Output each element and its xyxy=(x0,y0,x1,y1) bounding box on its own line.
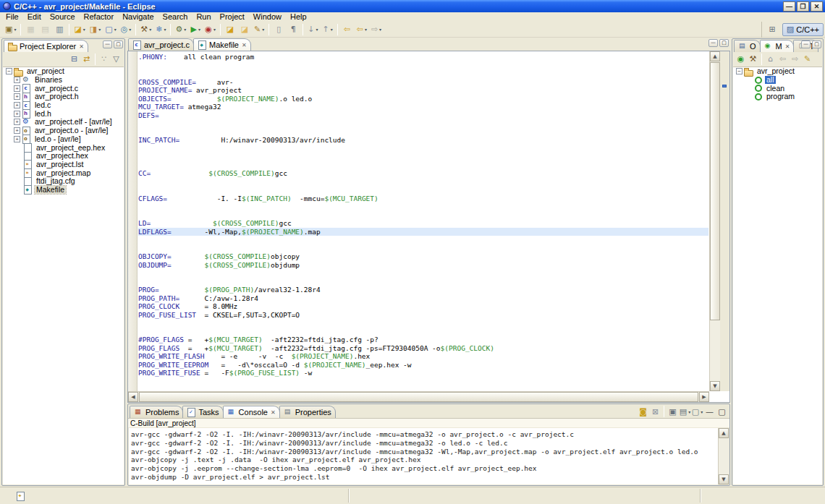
outline-tab[interactable]: O xyxy=(734,40,761,52)
build-binary-icon[interactable]: ▥ xyxy=(52,23,67,36)
tree-item-led-c[interactable]: +led.c xyxy=(3,101,124,110)
expand-expander-icon[interactable]: + xyxy=(14,85,20,92)
menu-dots-icon[interactable]: ∵ xyxy=(98,54,110,65)
tree-item-avr-project-hex[interactable]: avr_project.hex xyxy=(3,152,124,161)
menu-project[interactable]: Project xyxy=(216,12,249,22)
tree-item-ftdi-jtag-cfg[interactable]: ftdi_jtag.cfg xyxy=(3,177,124,186)
scroll-left-icon[interactable]: ◀ xyxy=(128,392,138,402)
minimize-view-icon[interactable]: — xyxy=(703,406,716,417)
run-icon[interactable]: ▶▾ xyxy=(188,23,203,36)
minimize-editor-icon[interactable]: — xyxy=(708,39,718,47)
close-view-icon[interactable]: ✕ xyxy=(79,43,84,50)
tree-item-led-o-avr-le[interactable]: +led.o - [avr/le] xyxy=(3,135,124,144)
new-make-target-icon[interactable]: ◉ xyxy=(735,54,747,65)
open-element-icon[interactable]: ◎▾ xyxy=(119,23,134,36)
tree-item-avr-project-map[interactable]: avr_project.map xyxy=(3,168,124,177)
forward-target-icon[interactable]: ⇨ xyxy=(789,54,801,65)
maximize-view-icon[interactable]: ▢ xyxy=(114,40,123,48)
tree-item-makefile[interactable]: Makefile xyxy=(3,186,124,195)
make-targets-tab[interactable]: M✕ xyxy=(760,40,795,52)
expand-expander-icon[interactable]: + xyxy=(14,77,20,83)
maximize-view-icon[interactable]: ▢ xyxy=(716,406,728,417)
tree-item-avr-project[interactable]: −avr_project xyxy=(3,67,124,76)
next-annotation-icon[interactable]: ↓▾ xyxy=(305,23,320,36)
bottom-tab-tasks[interactable]: Tasks xyxy=(182,406,223,418)
annotation-ruler[interactable] xyxy=(128,51,138,391)
expand-expander-icon[interactable]: + xyxy=(14,111,20,117)
collapse-expander-icon[interactable]: − xyxy=(6,68,12,74)
close-button[interactable]: ✕ xyxy=(811,1,823,12)
tree-item-program[interactable]: program xyxy=(733,93,822,101)
clear-console-icon[interactable]: ⊠ xyxy=(649,406,661,417)
link-with-editor-icon[interactable]: ⇄ xyxy=(80,54,93,65)
build-make-target-icon[interactable]: ⚒ xyxy=(747,54,759,65)
expand-expander-icon[interactable]: + xyxy=(14,93,20,100)
menu-search[interactable]: Search xyxy=(158,12,192,22)
collapse-all-icon[interactable]: ⊟ xyxy=(68,54,80,65)
tree-item-binaries[interactable]: +Binaries xyxy=(3,76,124,85)
maximize-editor-icon[interactable]: ▢ xyxy=(719,39,729,47)
minimize-view-icon[interactable]: — xyxy=(801,40,811,48)
new-wizard-icon[interactable]: ▣▾ xyxy=(3,23,18,36)
bottom-tab-console[interactable]: Console✕ xyxy=(223,406,280,418)
save-icon[interactable]: ▦ xyxy=(23,23,38,36)
perspective-cpp-button[interactable]: ▨ C/C++ xyxy=(782,23,824,36)
close-tab-icon[interactable]: ✕ xyxy=(271,409,276,416)
cursor-line-marker[interactable] xyxy=(722,85,727,87)
menu-navigate[interactable]: Navigate xyxy=(118,12,158,22)
scroll-lock-icon[interactable]: ◙ xyxy=(637,406,649,417)
console-scroll-up-icon[interactable]: ▲ xyxy=(719,428,729,438)
overview-ruler[interactable] xyxy=(720,51,729,391)
menu-run[interactable]: Run xyxy=(192,12,215,22)
menu-file[interactable]: File xyxy=(1,12,23,22)
menu-source[interactable]: Source xyxy=(46,12,80,22)
maximize-view-icon[interactable]: ▢ xyxy=(812,40,821,48)
print-icon[interactable]: ▤ xyxy=(38,23,52,36)
back-icon[interactable]: ⇦▾ xyxy=(355,23,369,36)
tree-item-avr-project-o-avr-le[interactable]: +avr_project.o - [avr/le] xyxy=(3,127,124,135)
tree-item-avr-project[interactable]: −avr_project xyxy=(733,67,822,76)
external-tools-icon[interactable]: ◉▾ xyxy=(203,23,218,36)
scroll-right-icon[interactable]: ▶ xyxy=(699,392,709,402)
new-cpp-class-icon[interactable]: ◨▾ xyxy=(88,23,103,36)
new-c-file-icon[interactable]: ▢▾ xyxy=(103,23,118,36)
build-all-icon[interactable]: ⚒▾ xyxy=(138,23,153,36)
open-file-icon[interactable]: ◪ xyxy=(223,23,237,36)
c-search-icon[interactable]: ✎▾ xyxy=(252,23,266,36)
console-vertical-scrollbar[interactable]: ▲ ▼ xyxy=(718,428,729,484)
view-menu-icon[interactable]: ▽ xyxy=(110,54,122,65)
tree-item-avr-project-c[interactable]: +avr_project.c xyxy=(3,84,124,93)
new-c-project-icon[interactable]: ◪▾ xyxy=(72,23,87,36)
tree-item-avr-project-eep-hex[interactable]: avr_project_eep.hex xyxy=(3,143,124,152)
editor-horizontal-scrollbar[interactable]: ◀ ▶ xyxy=(128,391,709,402)
clean-build-icon[interactable]: ❄▾ xyxy=(153,23,168,36)
tree-item-clean[interactable]: clean xyxy=(733,84,822,93)
project-explorer-tab[interactable]: Project Explorer ✕ xyxy=(4,40,88,52)
console-scroll-down-icon[interactable]: ▼ xyxy=(719,474,729,484)
minimize-button[interactable]: — xyxy=(783,1,795,12)
vertical-scroll-thumb[interactable] xyxy=(710,62,720,320)
bottom-tab-problems[interactable]: Problems xyxy=(130,406,183,418)
tree-item-all[interactable]: all xyxy=(733,76,822,85)
editor-vertical-scrollbar[interactable]: ▲ ▼ xyxy=(709,51,720,391)
last-edit-location-icon[interactable]: ⇦ xyxy=(340,23,355,36)
tree-item-avr-project-h[interactable]: +avr_project.h xyxy=(3,93,124,101)
horizontal-scroll-thumb[interactable] xyxy=(139,392,698,402)
makefile-source[interactable]: .PHONY: all clean program CROSS_COMPILE=… xyxy=(138,51,708,391)
console-output[interactable]: avr-gcc -gdwarf-2 -O2 -I. -IH:/winavr-20… xyxy=(129,428,718,484)
open-folder-icon[interactable]: ◪ xyxy=(237,23,252,36)
previous-annotation-icon[interactable]: ↑▾ xyxy=(320,23,334,36)
debug-icon[interactable]: ⚙▾ xyxy=(173,23,188,36)
expand-expander-icon[interactable]: + xyxy=(14,136,20,142)
tree-item-led-h[interactable]: +led.h xyxy=(3,109,124,118)
menu-help[interactable]: Help xyxy=(286,12,311,22)
open-console-icon[interactable]: ▢▾ xyxy=(691,406,703,417)
menu-window[interactable]: Window xyxy=(249,12,286,22)
hide-empty-folders-icon[interactable]: ✎ xyxy=(801,54,813,65)
close-tab-icon[interactable]: ✕ xyxy=(785,43,790,50)
editor-tab-makefile[interactable]: Makefile✕ xyxy=(193,38,251,51)
open-perspective-button[interactable]: ⊞ xyxy=(765,23,782,36)
editor-tab-avr-project-c[interactable]: avr_project.c xyxy=(128,38,194,51)
menu-edit[interactable]: Edit xyxy=(23,12,46,22)
close-tab-icon[interactable]: ✕ xyxy=(242,42,247,48)
